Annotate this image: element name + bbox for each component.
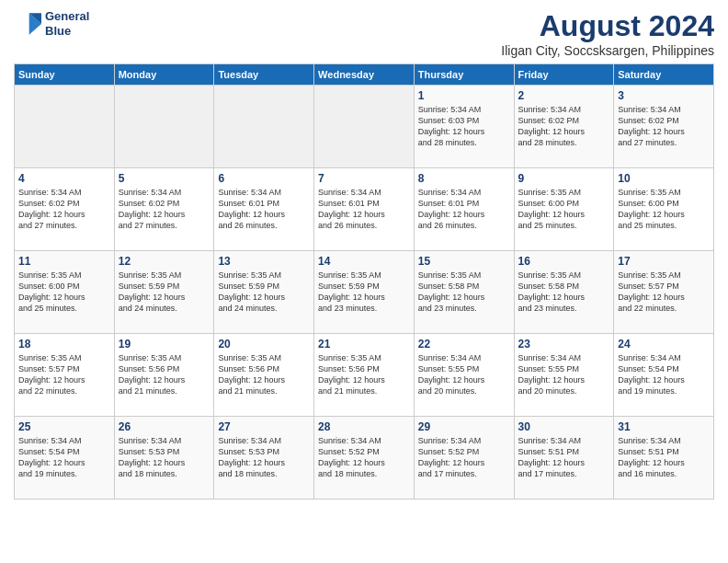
day-info: Sunrise: 5:34 AM Sunset: 6:02 PM Dayligh…: [618, 104, 710, 149]
day-info: Sunrise: 5:34 AM Sunset: 5:55 PM Dayligh…: [518, 352, 610, 397]
calendar-cell: [15, 86, 115, 168]
day-number: 18: [18, 338, 110, 350]
day-number: 8: [418, 172, 510, 185]
calendar-cell: 28Sunrise: 5:34 AM Sunset: 5:52 PM Dayli…: [314, 417, 415, 500]
main-title: August 2024: [501, 9, 714, 43]
calendar-cell: 31Sunrise: 5:34 AM Sunset: 5:51 PM Dayli…: [614, 417, 714, 500]
week-row: 11Sunrise: 5:35 AM Sunset: 6:00 PM Dayli…: [15, 251, 714, 334]
calendar-body: 1Sunrise: 5:34 AM Sunset: 6:03 PM Daylig…: [15, 86, 714, 500]
calendar-cell: 30Sunrise: 5:34 AM Sunset: 5:51 PM Dayli…: [514, 417, 614, 500]
day-number: 12: [119, 255, 210, 268]
day-info: Sunrise: 5:34 AM Sunset: 5:53 PM Dayligh…: [218, 435, 310, 480]
day-info: Sunrise: 5:35 AM Sunset: 5:58 PM Dayligh…: [518, 270, 610, 315]
day-info: Sunrise: 5:34 AM Sunset: 6:03 PM Dayligh…: [418, 104, 510, 149]
calendar-cell: [214, 86, 314, 168]
day-number: 22: [418, 338, 510, 350]
sub-title: Iligan City, Soccsksargen, Philippines: [501, 43, 714, 58]
day-number: 21: [318, 338, 410, 350]
calendar-header: SundayMondayTuesdayWednesdayThursdayFrid…: [15, 64, 714, 86]
header-sunday: Sunday: [15, 64, 115, 86]
day-info: Sunrise: 5:34 AM Sunset: 6:01 PM Dayligh…: [418, 187, 510, 232]
header-tuesday: Tuesday: [214, 64, 314, 86]
day-info: Sunrise: 5:34 AM Sunset: 5:51 PM Dayligh…: [618, 435, 710, 480]
day-number: 5: [119, 172, 210, 185]
calendar-cell: 27Sunrise: 5:34 AM Sunset: 5:53 PM Dayli…: [214, 417, 314, 500]
calendar-cell: 29Sunrise: 5:34 AM Sunset: 5:52 PM Dayli…: [414, 417, 514, 500]
calendar-cell: 18Sunrise: 5:35 AM Sunset: 5:57 PM Dayli…: [15, 334, 115, 417]
day-number: 30: [518, 420, 610, 433]
day-info: Sunrise: 5:34 AM Sunset: 6:02 PM Dayligh…: [119, 187, 210, 232]
calendar-cell: [114, 86, 214, 168]
day-info: Sunrise: 5:35 AM Sunset: 5:58 PM Dayligh…: [418, 270, 510, 315]
day-info: Sunrise: 5:35 AM Sunset: 5:57 PM Dayligh…: [618, 270, 710, 315]
calendar-cell: 20Sunrise: 5:35 AM Sunset: 5:56 PM Dayli…: [214, 334, 314, 417]
calendar-cell: 3Sunrise: 5:34 AM Sunset: 6:02 PM Daylig…: [614, 86, 714, 168]
calendar-cell: 13Sunrise: 5:35 AM Sunset: 5:59 PM Dayli…: [214, 251, 314, 334]
day-info: Sunrise: 5:34 AM Sunset: 5:54 PM Dayligh…: [618, 352, 710, 397]
day-info: Sunrise: 5:34 AM Sunset: 6:02 PM Dayligh…: [518, 104, 610, 149]
day-info: Sunrise: 5:35 AM Sunset: 6:00 PM Dayligh…: [18, 270, 110, 315]
day-info: Sunrise: 5:34 AM Sunset: 5:52 PM Dayligh…: [318, 435, 410, 480]
header-monday: Monday: [114, 64, 214, 86]
day-number: 4: [18, 172, 110, 185]
week-row: 18Sunrise: 5:35 AM Sunset: 5:57 PM Dayli…: [15, 334, 714, 417]
day-info: Sunrise: 5:34 AM Sunset: 5:54 PM Dayligh…: [18, 435, 110, 480]
day-info: Sunrise: 5:34 AM Sunset: 5:53 PM Dayligh…: [119, 435, 210, 480]
calendar-cell: 5Sunrise: 5:34 AM Sunset: 6:02 PM Daylig…: [114, 168, 214, 251]
day-number: 31: [618, 420, 710, 433]
calendar-cell: 26Sunrise: 5:34 AM Sunset: 5:53 PM Dayli…: [114, 417, 214, 500]
day-info: Sunrise: 5:34 AM Sunset: 6:02 PM Dayligh…: [18, 187, 110, 232]
calendar-cell: 19Sunrise: 5:35 AM Sunset: 5:56 PM Dayli…: [114, 334, 214, 417]
day-info: Sunrise: 5:34 AM Sunset: 5:52 PM Dayligh…: [418, 435, 510, 480]
day-number: 26: [119, 420, 210, 433]
calendar-cell: 24Sunrise: 5:34 AM Sunset: 5:54 PM Dayli…: [614, 334, 714, 417]
day-info: Sunrise: 5:35 AM Sunset: 5:56 PM Dayligh…: [119, 352, 210, 397]
day-info: Sunrise: 5:35 AM Sunset: 6:00 PM Dayligh…: [618, 187, 710, 232]
day-number: 24: [618, 338, 710, 350]
logo-icon: [14, 10, 41, 38]
day-number: 23: [518, 338, 610, 350]
day-info: Sunrise: 5:35 AM Sunset: 5:57 PM Dayligh…: [18, 352, 110, 397]
day-number: 2: [518, 89, 610, 102]
day-info: Sunrise: 5:35 AM Sunset: 5:59 PM Dayligh…: [218, 270, 310, 315]
day-number: 10: [618, 172, 710, 185]
calendar-cell: 9Sunrise: 5:35 AM Sunset: 6:00 PM Daylig…: [514, 168, 614, 251]
week-row: 1Sunrise: 5:34 AM Sunset: 6:03 PM Daylig…: [15, 86, 714, 168]
calendar-cell: 6Sunrise: 5:34 AM Sunset: 6:01 PM Daylig…: [214, 168, 314, 251]
day-info: Sunrise: 5:35 AM Sunset: 5:59 PM Dayligh…: [119, 270, 210, 315]
day-number: 28: [318, 420, 410, 433]
day-info: Sunrise: 5:34 AM Sunset: 5:51 PM Dayligh…: [518, 435, 610, 480]
calendar-cell: 17Sunrise: 5:35 AM Sunset: 5:57 PM Dayli…: [614, 251, 714, 334]
calendar-cell: 15Sunrise: 5:35 AM Sunset: 5:58 PM Dayli…: [414, 251, 514, 334]
calendar-cell: 16Sunrise: 5:35 AM Sunset: 5:58 PM Dayli…: [514, 251, 614, 334]
day-number: 13: [218, 255, 310, 268]
calendar-cell: 22Sunrise: 5:34 AM Sunset: 5:55 PM Dayli…: [414, 334, 514, 417]
header-thursday: Thursday: [414, 64, 514, 86]
day-info: Sunrise: 5:35 AM Sunset: 5:56 PM Dayligh…: [318, 352, 410, 397]
day-number: 17: [618, 255, 710, 268]
week-row: 25Sunrise: 5:34 AM Sunset: 5:54 PM Dayli…: [15, 417, 714, 500]
day-info: Sunrise: 5:35 AM Sunset: 6:00 PM Dayligh…: [518, 187, 610, 232]
day-info: Sunrise: 5:35 AM Sunset: 5:56 PM Dayligh…: [218, 352, 310, 397]
calendar-cell: 10Sunrise: 5:35 AM Sunset: 6:00 PM Dayli…: [614, 168, 714, 251]
day-number: 19: [119, 338, 210, 350]
calendar-cell: 23Sunrise: 5:34 AM Sunset: 5:55 PM Dayli…: [514, 334, 614, 417]
day-number: 29: [418, 420, 510, 433]
day-number: 14: [318, 255, 410, 268]
calendar-cell: 1Sunrise: 5:34 AM Sunset: 6:03 PM Daylig…: [414, 86, 514, 168]
day-number: 27: [218, 420, 310, 433]
day-number: 7: [318, 172, 410, 185]
day-number: 20: [218, 338, 310, 350]
calendar-cell: 25Sunrise: 5:34 AM Sunset: 5:54 PM Dayli…: [15, 417, 115, 500]
calendar-cell: 14Sunrise: 5:35 AM Sunset: 5:59 PM Dayli…: [314, 251, 415, 334]
day-number: 9: [518, 172, 610, 185]
title-block: August 2024 Iligan City, Soccsksargen, P…: [501, 9, 714, 58]
calendar-cell: 7Sunrise: 5:34 AM Sunset: 6:01 PM Daylig…: [314, 168, 415, 251]
day-number: 6: [218, 172, 310, 185]
header-friday: Friday: [514, 64, 614, 86]
day-number: 16: [518, 255, 610, 268]
day-number: 3: [618, 89, 710, 102]
day-number: 25: [18, 420, 110, 433]
day-number: 11: [18, 255, 110, 268]
calendar-cell: [314, 86, 415, 168]
